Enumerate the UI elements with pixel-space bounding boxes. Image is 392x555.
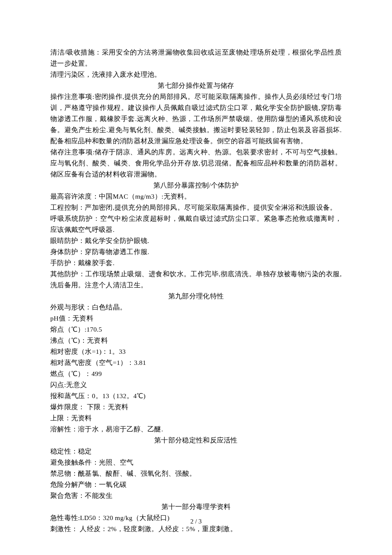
- body-text: 身体防护：穿防毒物渗透工作服.: [50, 246, 342, 257]
- body-text: 爆炸限度： 下限：无资料: [50, 402, 342, 413]
- page-number: 2 / 3: [0, 518, 392, 525]
- document-content: 清洁/吸收措施：采用安全的方法将泄漏物收集回收或运至废物处理场所处理，根据化学品…: [50, 47, 342, 535]
- section-heading-9: 第九部分理化特性: [50, 291, 342, 302]
- section-heading-11: 第十一部分毒理学资料: [50, 501, 342, 512]
- body-text: 眼睛防护：戴化学安全防护眼镜.: [50, 235, 342, 246]
- body-text: pH值：无资料: [50, 313, 342, 324]
- body-text: 熔点（℃）:170.5: [50, 324, 342, 335]
- body-text: 报和蒸气压：0。13（132。4℃): [50, 390, 342, 402]
- body-text: 聚合危害：不能发生: [50, 490, 342, 501]
- body-text: 外观与形状：白色结晶。: [50, 302, 342, 313]
- body-text: 储存注意事项:储存于阴凉、通风的库房。远离火种、热源。包装要求密封，不可与空气接…: [50, 147, 342, 180]
- body-text: 稳定性：稳定: [50, 446, 342, 457]
- section-heading-7: 第七部分操作处置与储存: [50, 80, 342, 91]
- body-text: 燃点（℃）：499: [50, 368, 342, 379]
- section-heading-8: 第八部分暴露控制/个体防护: [50, 180, 342, 191]
- body-text: 避免接触条件：光照、空气: [50, 457, 342, 468]
- body-text: 其他防护：工作现场禁止吸烟、进食和饮水。工作完毕,彻底清洗。单独存放被毒物污染的…: [50, 269, 342, 291]
- body-text: 最高容许浓度：中国MAC（mg/m3）:无资料。: [50, 191, 342, 202]
- body-text: 手防护：戴橡胶手套.: [50, 257, 342, 269]
- body-text: 呼吸系统防护：空气中粉尘浓度超标时，佩戴自吸过滤式防尘口罩。紧急事态抢救或撤离时…: [50, 213, 342, 235]
- body-text: 相对密度（水=1)：1。33: [50, 346, 342, 357]
- body-text: 溶解性：溶于水，易溶于乙醇、乙醚.: [50, 424, 342, 435]
- body-text: 工程控制：严加密闭,提供充分的局部排风。尽可能采取隔离操作。提供安全淋浴和洗眼设…: [50, 202, 342, 213]
- body-text: 清洁/吸收措施：采用安全的方法将泄漏物收集回收或运至废物处理场所处理，根据化学品…: [50, 47, 342, 69]
- document-page: 清洁/吸收措施：采用安全的方法将泄漏物收集回收或运至废物处理场所处理，根据化学品…: [0, 0, 392, 555]
- body-text: 危险分解产物：一氧化碳: [50, 479, 342, 490]
- body-text: 相对蒸气密度（空气=1）：3.81: [50, 357, 342, 368]
- body-text: 沸点（℃)：无资料: [50, 335, 342, 346]
- body-text: 闪点:无意义: [50, 379, 342, 390]
- body-text: 操作注意事项:密闭操作,提供充分的局部排风。尽可能采取隔离操作。操作人员必须经过…: [50, 91, 342, 147]
- body-text: 禁忌物：酰基氯、酸酐、碱、强氧化剂、强酸。: [50, 468, 342, 479]
- body-text: 清理污染区，洗液排入废水处理池。: [50, 69, 342, 80]
- body-text: 上限：无资料: [50, 413, 342, 424]
- section-heading-10: 第十部分稳定性和反应活性: [50, 435, 342, 446]
